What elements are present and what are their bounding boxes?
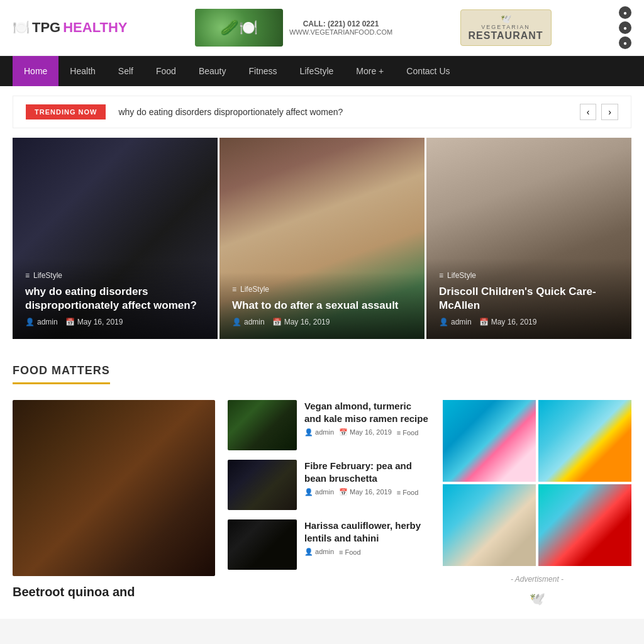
category-icon-1: ≡	[25, 271, 30, 280]
food-list: Vegan almond, turmeric and kale miso ram…	[228, 400, 430, 606]
food-item-meta-3: 👤 admin ≡ Food	[304, 548, 430, 556]
hero-item-3[interactable]: ≡ LifeStyle Driscoll Children's Quick Ca…	[426, 138, 631, 339]
trending-nav: ‹ ›	[580, 104, 618, 120]
hero-title-3: Driscoll Children's Quick Care-McAllen	[439, 285, 619, 313]
food-list-item-3[interactable]: Harissa cauliflower, herby lentils and t…	[228, 519, 430, 570]
sidebar-img-2[interactable]	[538, 400, 631, 482]
sidebar-bird-icon: 🕊️	[443, 591, 631, 606]
trending-bar: TRENDING NOW why do eating disorders dis…	[13, 96, 631, 128]
hero-category-2: ≡ LifeStyle	[232, 285, 412, 294]
food-list-item-1[interactable]: Vegan almond, turmeric and kale miso ram…	[228, 400, 430, 450]
social-icon-1[interactable]: ●	[619, 6, 631, 19]
food-list-content-2: Fibre February: pea and bean bruschetta …	[304, 460, 430, 510]
hero-title-2: What to do after a sexual assault	[232, 299, 412, 313]
sidebar-img-3[interactable]	[443, 484, 536, 566]
main-nav: Home Health Self Food Beauty Fitness Lif…	[0, 56, 644, 86]
food-item-cat-1: ≡ Food	[397, 429, 419, 436]
food-list-image-3	[228, 519, 297, 570]
food-image-inner	[195, 9, 283, 47]
food-list-content-3: Harissa cauliflower, herby lentils and t…	[304, 519, 430, 570]
hero-meta-1: 👤 admin 📅 May 16, 2019	[25, 318, 205, 326]
hero-meta-2: 👤 admin 📅 May 16, 2019	[232, 318, 412, 326]
contact-website: WWW.VEGETARIANFOOD.COM	[289, 28, 392, 36]
social-icon-2[interactable]: ●	[619, 21, 631, 34]
header-center: CALL: (221) 012 0221 WWW.VEGETARIANFOOD.…	[195, 9, 392, 47]
food-item-author-1: 👤 admin	[304, 428, 334, 436]
food-item-meta-2: 👤 admin 📅 May 16, 2019 ≡ Food	[304, 488, 430, 496]
food-list-image-2	[228, 460, 297, 510]
nav-item-health[interactable]: Health	[58, 56, 106, 86]
nav-item-home[interactable]: Home	[13, 56, 58, 86]
food-item-cat-2: ≡ Food	[397, 489, 419, 496]
food-matters-grid: Beetroot quinoa and Vegan almond, turmer…	[13, 400, 631, 606]
food-main-title: Beetroot quinoa and	[13, 584, 215, 600]
hero-category-3: ≡ LifeStyle	[439, 271, 619, 280]
social-icon-3[interactable]: ●	[619, 36, 631, 49]
hero-overlay-2: ≡ LifeStyle What to do after a sexual as…	[219, 272, 425, 339]
header-contact-info: CALL: (221) 012 0221 WWW.VEGETARIANFOOD.…	[289, 19, 392, 36]
nav-item-self[interactable]: Self	[107, 56, 145, 86]
hero-category-1: ≡ LifeStyle	[25, 271, 205, 280]
hero-meta-3: 👤 admin 📅 May 16, 2019	[439, 318, 619, 326]
restaurant-bird-icon: 🕊️	[469, 14, 543, 24]
logo-healthy: HEALTHY	[63, 19, 127, 36]
hero-title-1: why do eating disorders disproportionate…	[25, 285, 205, 313]
nav-item-fitness[interactable]: Fitness	[237, 56, 288, 86]
food-item-title-2: Fibre February: pea and bean bruschetta	[304, 460, 430, 484]
trending-prev-button[interactable]: ‹	[580, 104, 597, 120]
hero-item-1[interactable]: ≡ LifeStyle why do eating disorders disp…	[13, 138, 218, 339]
hero-item-2[interactable]: ≡ LifeStyle What to do after a sexual as…	[219, 138, 425, 339]
category-icon-2: ≡	[232, 285, 236, 294]
food-item-cat-3: ≡ Food	[339, 548, 361, 556]
sidebar-img-4[interactable]	[538, 484, 631, 566]
contact-phone: CALL: (221) 012 0221	[289, 19, 392, 28]
header-social: ● ● ●	[619, 6, 631, 49]
food-list-item-2[interactable]: Fibre February: pea and bean bruschetta …	[228, 460, 430, 510]
nav-item-beauty[interactable]: Beauty	[187, 56, 238, 86]
sidebar-image-grid	[443, 400, 631, 566]
restaurant-sub: VEGETARIAN	[469, 24, 543, 30]
food-list-content-1: Vegan almond, turmeric and kale miso ram…	[304, 400, 430, 450]
advertisment-label: - Advertisment -	[443, 572, 631, 586]
food-main-item[interactable]: Beetroot quinoa and	[13, 400, 215, 606]
restaurant-label: RESTAURANT	[469, 30, 543, 42]
food-main-image	[13, 400, 215, 576]
trending-next-button[interactable]: ›	[601, 104, 618, 120]
food-item-date-2: 📅 May 16, 2019	[339, 488, 392, 496]
logo-tpg: TPG	[32, 19, 60, 36]
hero-overlay-1: ≡ LifeStyle why do eating disorders disp…	[13, 258, 218, 339]
restaurant-badge: 🕊️ VEGETARIAN RESTAURANT	[460, 9, 552, 46]
hero-date-3: 📅 May 16, 2019	[479, 318, 537, 326]
category-icon-3: ≡	[439, 271, 443, 280]
food-item-author-2: 👤 admin	[304, 488, 334, 496]
food-item-title-1: Vegan almond, turmeric and kale miso ram…	[304, 400, 430, 425]
trending-label: TRENDING NOW	[26, 104, 106, 119]
nav-item-more[interactable]: More +	[345, 56, 395, 86]
trending-text: why do eating disorders disproportionate…	[118, 107, 579, 117]
sidebar-img-1[interactable]	[443, 400, 536, 482]
sidebar: - Advertisment - 🕊️	[443, 400, 631, 606]
hero-author-1: 👤 admin	[25, 318, 58, 326]
logo-icon: 🍽️	[13, 19, 30, 36]
food-item-author-3: 👤 admin	[304, 548, 334, 556]
hero-grid: ≡ LifeStyle why do eating disorders disp…	[13, 138, 631, 339]
food-item-date-1: 📅 May 16, 2019	[339, 428, 392, 436]
hero-date-1: 📅 May 16, 2019	[65, 318, 123, 326]
hero-date-2: 📅 May 16, 2019	[272, 318, 330, 326]
site-logo[interactable]: 🍽️ TPG HEALTHY	[13, 19, 128, 36]
hero-author-2: 👤 admin	[232, 318, 265, 326]
food-matters-section: FOOD MATTERS Beetroot quinoa and Vegan a…	[0, 352, 644, 619]
food-list-image-1	[228, 400, 297, 450]
food-matters-title: FOOD MATTERS	[13, 364, 110, 384]
nav-item-contact[interactable]: Contact Us	[395, 56, 461, 86]
hero-overlay-3: ≡ LifeStyle Driscoll Children's Quick Ca…	[426, 258, 631, 339]
header-food-image	[195, 9, 283, 47]
food-item-meta-1: 👤 admin 📅 May 16, 2019 ≡ Food	[304, 428, 430, 436]
food-item-title-3: Harissa cauliflower, herby lentils and t…	[304, 519, 430, 544]
nav-item-lifestyle[interactable]: LifeStyle	[289, 56, 345, 86]
nav-item-food[interactable]: Food	[145, 56, 187, 86]
hero-author-3: 👤 admin	[439, 318, 472, 326]
